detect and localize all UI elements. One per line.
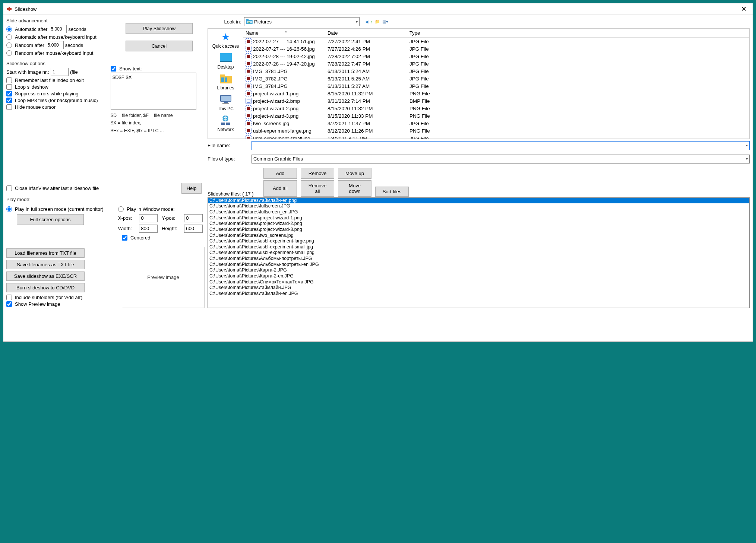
slideshow-list-item[interactable]: C:\Users\tomat\Pictures\project-wizard-3…: [208, 227, 749, 233]
file-row[interactable]: 2022-07-27 --- 16-26-56.jpg7/27/2022 4:2…: [243, 45, 749, 53]
radio-random-input[interactable]: [6, 50, 12, 56]
col-type[interactable]: Type: [409, 30, 747, 36]
place-libraries[interactable]: Libraries: [217, 73, 234, 90]
radio-window[interactable]: [118, 206, 124, 212]
slideshow-list-item[interactable]: C:\Users\tomat\Pictures\project-wizard-1…: [208, 215, 749, 221]
slideshow-list-item[interactable]: C:\Users\tomat\Pictures\fullscreen_en.JP…: [208, 209, 749, 215]
add-button[interactable]: Add: [263, 168, 297, 179]
file-row[interactable]: usbl-experiment-large.png8/12/2020 11:26…: [243, 127, 749, 134]
file-icon: [246, 105, 252, 111]
height-input[interactable]: [184, 225, 203, 233]
add-all-button[interactable]: Add all: [263, 180, 297, 197]
check-hide-cursor[interactable]: [6, 104, 12, 110]
slideshow-list-item[interactable]: C:\Users\tomat\Pictures\Альбомы-портреты…: [208, 256, 749, 262]
file-row[interactable]: IMG_3781.JPG6/13/2011 5:24 AMJPG File: [243, 67, 749, 75]
col-date[interactable]: Date: [328, 30, 409, 36]
slideshow-dialog: Slideshow ✕ Slide advancement Automatic …: [3, 3, 753, 342]
width-input[interactable]: [139, 225, 158, 233]
preview-label: Preview image: [147, 274, 179, 280]
radio-auto-after[interactable]: [6, 26, 12, 32]
file-row[interactable]: two_screens.jpg3/7/2021 11:37 PMJPG File: [243, 120, 749, 127]
check-suppress[interactable]: [6, 91, 12, 96]
check-show-preview[interactable]: [6, 301, 12, 307]
auto-time-input[interactable]: [49, 25, 67, 33]
slideshow-list-item[interactable]: C:\Users\tomat\Pictures\usbl-experiment-…: [208, 250, 749, 256]
file-row[interactable]: project-wizard-1.png8/15/2020 11:32 PMPN…: [243, 90, 749, 97]
filename-input[interactable]: ▾: [252, 141, 750, 150]
label-filename: File name:: [208, 143, 249, 148]
check-close-after[interactable]: [6, 185, 12, 191]
fullscreen-options-button[interactable]: Full screen options: [17, 214, 84, 225]
slideshow-list-item[interactable]: C:\Users\tomat\Pictures\fullscreen.JPG: [208, 203, 749, 209]
file-row[interactable]: IMG_3784.JPG6/13/2011 5:27 AMJPG File: [243, 82, 749, 90]
file-row[interactable]: project-wizard-2.png8/15/2020 11:32 PMPN…: [243, 105, 749, 112]
file-row[interactable]: 2022-07-27 --- 14-41-51.jpg7/27/2022 2:4…: [243, 38, 749, 45]
up-icon[interactable]: ↑: [370, 19, 373, 25]
place-this-pc[interactable]: This PC: [218, 93, 234, 111]
file-row[interactable]: 2022-07-28 --- 19-47-20.jpg7/28/2022 7:4…: [243, 60, 749, 67]
cancel-button[interactable]: Cancel: [126, 41, 193, 51]
place-quick-access[interactable]: ★ Quick access: [212, 31, 239, 49]
check-show-text[interactable]: [111, 66, 116, 72]
file-name: project-wizard-2.bmp: [253, 98, 300, 104]
filelist-header[interactable]: Name ▲ Date Type: [243, 29, 749, 38]
place-network-label: Network: [217, 127, 234, 132]
place-thispc-label: This PC: [218, 106, 234, 111]
slideshow-list-item[interactable]: C:\Users\tomat\Pictures\таймлайн.JPG: [208, 285, 749, 291]
place-network[interactable]: Network: [217, 114, 234, 132]
remove-all-button[interactable]: Remove all: [301, 180, 334, 197]
slideshow-list-item[interactable]: C:\Users\tomat\Pictures\usbl-experiment-…: [208, 238, 749, 244]
file-name: IMG_3781.JPG: [253, 69, 288, 74]
check-centered[interactable]: [122, 235, 127, 241]
place-desktop[interactable]: Desktop: [217, 52, 234, 70]
file-row[interactable]: project-wizard-2.bmp8/31/2022 7:14 PMBMP…: [243, 97, 749, 105]
play-slideshow-button[interactable]: Play Slideshow: [126, 23, 193, 34]
new-folder-icon[interactable]: 📁: [374, 19, 380, 25]
file-row[interactable]: 2022-07-28 --- 19-02-42.jpg7/28/2022 7:0…: [243, 53, 749, 60]
move-down-button[interactable]: Move down: [338, 180, 371, 197]
lookin-combo[interactable]: Pictures ▾: [244, 17, 360, 26]
file-row[interactable]: usbl-experiment-small.jpg1/4/2021 8:11 P…: [243, 134, 749, 139]
sort-files-button[interactable]: Sort files: [375, 187, 409, 197]
save-txt-button[interactable]: Save filenames as TXT file: [6, 260, 85, 269]
check-remember[interactable]: [6, 77, 12, 83]
file-date: 6/13/2011 5:25 AM: [328, 76, 409, 82]
xpos-input[interactable]: [139, 214, 158, 222]
slideshow-list-item[interactable]: C:\Users\tomat\Pictures\СнимокТемнаяТема…: [208, 279, 749, 285]
file-row[interactable]: project-wizard-3.png8/15/2020 11:33 PMPN…: [243, 112, 749, 120]
slideshow-list-item[interactable]: C:\Users\tomat\Pictures\Карта-2.JPG: [208, 267, 749, 273]
slideshow-list-item[interactable]: C:\Users\tomat\Pictures\таймлайн-en.JPG: [208, 291, 749, 297]
label-file-suffix: (file: [70, 69, 78, 75]
svg-rect-14: [222, 103, 229, 104]
filetype-combo[interactable]: Common Graphic Files ▾: [252, 155, 750, 163]
ypos-input[interactable]: [184, 214, 203, 222]
radio-auto-input[interactable]: [6, 34, 12, 40]
filelist-body[interactable]: 2022-07-27 --- 14-41-51.jpg7/27/2022 2:4…: [243, 38, 749, 139]
slideshow-list-item[interactable]: C:\Users\tomat\Pictures\project-wizard-2…: [208, 221, 749, 227]
file-type: JPG File: [409, 83, 747, 89]
check-loop-mp3[interactable]: [6, 98, 12, 103]
slideshow-list-item[interactable]: C:\Users\tomat\Pictures\two_screens.jpg: [208, 233, 749, 239]
random-time-input[interactable]: [46, 41, 64, 49]
slideshow-list-item[interactable]: C:\Users\tomat\Pictures\таймлайн-en.png: [208, 198, 749, 204]
check-include-sub[interactable]: [6, 295, 12, 300]
slideshow-list-item[interactable]: C:\Users\tomat\Pictures\Альбомы-портреты…: [208, 262, 749, 268]
check-loop[interactable]: [6, 84, 12, 90]
radio-random-after[interactable]: [6, 42, 12, 48]
file-row[interactable]: IMG_3782.JPG6/13/2011 5:25 AMJPG File: [243, 75, 749, 82]
move-up-button[interactable]: Move up: [338, 168, 371, 179]
slideshow-files-list[interactable]: C:\Users\tomat\Pictures\таймлайн-en.pngC…: [208, 197, 750, 308]
load-txt-button[interactable]: Load filenames from TXT file: [6, 248, 85, 258]
remove-button[interactable]: Remove: [301, 168, 334, 179]
start-image-input[interactable]: [51, 68, 69, 76]
slideshow-list-item[interactable]: C:\Users\tomat\Pictures\Карта-2-en.JPG: [208, 273, 749, 279]
help-button[interactable]: Help: [181, 183, 202, 194]
close-button[interactable]: ✕: [738, 5, 750, 13]
text-pattern-input[interactable]: $D$F $X: [111, 73, 196, 110]
burn-button[interactable]: Burn slideshow to CD/DVD: [6, 283, 85, 292]
view-menu-icon[interactable]: ▦▾: [382, 19, 389, 25]
slideshow-list-item[interactable]: C:\Users\tomat\Pictures\usbl-experiment-…: [208, 244, 749, 250]
radio-fullscreen[interactable]: [6, 206, 12, 212]
save-exe-button[interactable]: Save slideshow as EXE/SCR: [6, 272, 85, 281]
back-icon[interactable]: ◀: [365, 19, 368, 25]
